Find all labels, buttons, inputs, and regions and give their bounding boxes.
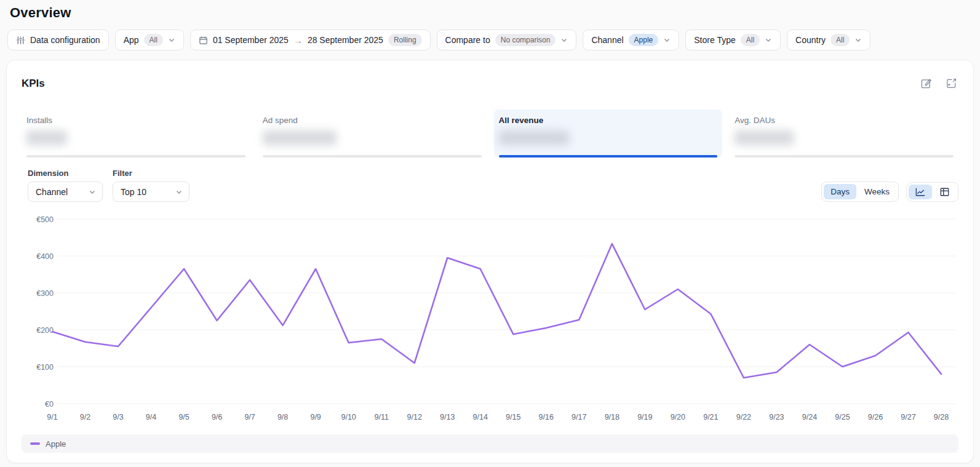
chart-legend: Apple [22,434,958,453]
svg-text:9/2: 9/2 [80,413,90,421]
country-filter-value: All [831,34,850,46]
kpi-card-avg-daus[interactable]: Avg. DAUs [730,110,958,158]
chevron-down-icon [663,36,671,44]
store-type-label: Store Type [694,35,735,45]
svg-text:9/16: 9/16 [539,413,554,421]
svg-text:€500: €500 [36,215,54,224]
country-filter[interactable]: Country All [787,30,870,50]
filter-select[interactable]: Top 10 [113,182,189,202]
kpi-value-redacted [26,130,67,145]
kpi-label: All revenue [499,116,718,125]
compare-to-filter[interactable]: Compare to No comparison [437,30,577,50]
kpi-indicator-bar [26,155,245,158]
kpi-label: Ad spend [263,116,482,125]
app-filter-label: App [124,35,139,45]
svg-text:9/9: 9/9 [310,413,321,421]
svg-text:9/4: 9/4 [146,413,156,421]
kpis-title: KPIs [22,73,45,90]
svg-text:€0: €0 [45,400,54,409]
revenue-line-chart[interactable]: €0€100€200€300€400€5009/19/29/39/49/59/6… [22,210,958,428]
compare-to-label: Compare to [445,35,490,45]
table-icon [939,187,950,197]
store-type-value: All [741,34,760,46]
legend-series-label[interactable]: Apple [46,439,66,449]
granularity-weeks-button[interactable]: Weeks [858,184,896,199]
chevron-down-icon [168,36,175,44]
date-range-picker[interactable]: 01 September 2025 → 28 September 2025 Ro… [190,30,431,50]
compare-to-value: No comparison [495,34,556,46]
svg-text:9/7: 9/7 [244,413,255,421]
filter-bar: Data configuration App All 01 September … [7,30,980,50]
kpi-indicator-bar [499,155,718,158]
rolling-badge: Rolling [388,34,422,46]
table-view-button[interactable] [933,185,956,199]
svg-text:€100: €100 [36,363,54,372]
filter-label: Filter [113,169,189,178]
channel-filter-label: Channel [591,35,623,45]
data-configuration-button[interactable]: Data configuration [7,30,109,50]
svg-text:9/22: 9/22 [736,413,751,421]
chevron-down-icon [175,188,183,196]
channel-filter[interactable]: Channel Apple [583,30,679,50]
svg-text:9/12: 9/12 [407,413,422,421]
svg-text:€400: €400 [36,252,54,261]
svg-text:€300: €300 [36,289,54,298]
filter-value: Top 10 [121,187,146,197]
kpi-indicator-bar [263,155,482,158]
granularity-days-button[interactable]: Days [824,184,856,199]
date-range-start: 01 September 2025 [213,35,289,45]
channel-filter-value: Apple [629,34,659,46]
chevron-down-icon [765,36,772,44]
kpi-label: Avg. DAUs [735,116,954,125]
view-toggle [906,182,958,202]
calendar-icon [199,36,208,45]
kpis-card: KPIs InstallsAd spendAll revenueAvg. DAU… [6,60,974,463]
svg-text:9/17: 9/17 [572,413,586,421]
line-chart-view-button[interactable] [909,185,932,199]
dimension-label: Dimension [28,169,103,178]
arrow-right-icon: → [293,35,303,46]
svg-text:9/10: 9/10 [341,413,356,421]
page-title: Overview [0,0,980,21]
kpi-indicator-bar [735,155,954,158]
dimension-select[interactable]: Channel [28,182,103,202]
svg-text:9/19: 9/19 [637,413,652,421]
data-configuration-label: Data configuration [30,35,100,45]
svg-text:9/5: 9/5 [178,413,189,421]
kpi-card-installs[interactable]: Installs [22,110,250,158]
granularity-toggle: Days Weeks [821,182,899,202]
svg-text:9/1: 9/1 [47,413,57,421]
kpi-card-ad-spend[interactable]: Ad spend [258,110,487,158]
svg-text:9/23: 9/23 [769,413,784,421]
kpi-value-redacted [735,130,794,145]
legend-series-dash [30,442,40,445]
svg-text:9/27: 9/27 [901,413,915,421]
chevron-down-icon [855,36,862,44]
svg-text:9/13: 9/13 [440,413,455,421]
svg-text:9/18: 9/18 [605,413,619,421]
country-filter-label: Country [795,35,826,45]
edit-button[interactable] [919,76,933,92]
expand-button[interactable] [944,76,958,92]
svg-text:9/26: 9/26 [868,413,883,421]
kpi-label: Installs [26,116,245,125]
kpi-card-all-revenue[interactable]: All revenue [494,110,723,158]
svg-text:9/14: 9/14 [473,413,488,421]
svg-text:9/21: 9/21 [703,413,718,421]
kpi-value-redacted [499,130,569,145]
store-type-filter[interactable]: Store Type All [685,30,781,50]
expand-icon [946,78,957,89]
kpi-value-redacted [263,130,337,145]
chevron-down-icon [560,36,568,44]
svg-text:9/20: 9/20 [671,413,685,421]
svg-text:9/3: 9/3 [113,413,123,421]
app-filter[interactable]: App All [115,30,184,50]
app-filter-value: All [144,34,163,46]
kpi-row: InstallsAd spendAll revenueAvg. DAUs [22,110,958,158]
svg-text:9/28: 9/28 [934,413,949,421]
line-chart-icon [915,187,926,197]
svg-text:€200: €200 [36,326,54,335]
svg-text:9/6: 9/6 [212,413,222,421]
svg-text:9/24: 9/24 [802,413,817,421]
svg-text:9/8: 9/8 [277,413,288,421]
